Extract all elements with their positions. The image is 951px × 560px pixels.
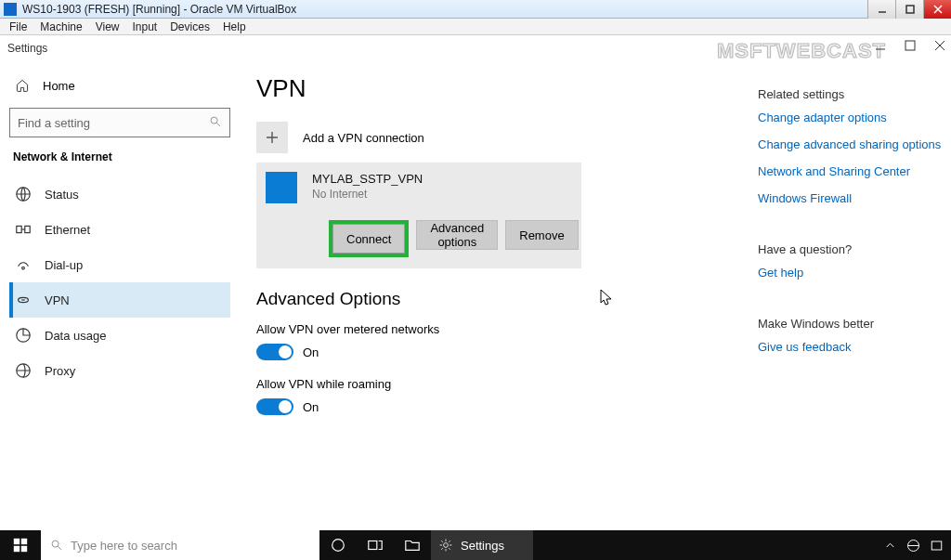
- link-change-adapter[interactable]: Change adapter options: [758, 111, 942, 124]
- svg-point-14: [332, 540, 345, 552]
- start-button[interactable]: [0, 530, 41, 560]
- system-tray[interactable]: [883, 539, 951, 553]
- vpn-icon: [15, 292, 32, 308]
- settings-close-button[interactable]: [932, 38, 947, 53]
- page-title: VPN: [256, 74, 741, 103]
- proxy-icon: [15, 362, 32, 379]
- data-usage-icon: [15, 327, 32, 344]
- menu-view[interactable]: View: [90, 20, 125, 33]
- link-network-sharing-center[interactable]: Network and Sharing Center: [758, 164, 942, 178]
- svg-rect-0: [906, 6, 914, 13]
- sidebar-item-dialup[interactable]: Dial-up: [9, 247, 230, 282]
- menu-machine[interactable]: Machine: [34, 20, 87, 33]
- roaming-state: On: [303, 400, 319, 414]
- remove-button[interactable]: Remove: [505, 220, 578, 250]
- related-settings-heading: Related settings: [758, 87, 942, 101]
- sidebar-item-proxy[interactable]: Proxy: [9, 353, 230, 388]
- home-label: Home: [43, 79, 75, 93]
- vpn-status: No Internet: [312, 188, 423, 201]
- virtualbox-titlebar: WS10-1903 (FRESH) [Running] - Oracle VM …: [0, 0, 951, 19]
- globe-icon: [15, 186, 32, 202]
- minimize-button[interactable]: [867, 0, 895, 19]
- sidebar-item-label: Ethernet: [45, 223, 90, 237]
- link-windows-firewall[interactable]: Windows Firewall: [758, 191, 942, 205]
- link-feedback[interactable]: Give us feedback: [758, 340, 942, 354]
- virtualbox-icon: [4, 3, 17, 16]
- svg-point-16: [444, 543, 449, 548]
- sidebar-item-label: Data usage: [45, 329, 107, 343]
- network-icon: [906, 539, 920, 553]
- metered-network-label: Allow VPN over metered networks: [256, 322, 741, 336]
- watermark-text: MSFTWEBCAST: [717, 39, 886, 63]
- sidebar-section-label: Network & Internet: [13, 150, 230, 163]
- chevron-up-icon: [883, 539, 897, 553]
- svg-rect-5: [25, 226, 30, 232]
- better-heading: Make Windows better: [758, 317, 942, 331]
- question-heading: Have a question?: [758, 242, 942, 256]
- settings-main: VPN Add a VPN connection MYLAB_SSTP_VPN …: [240, 61, 758, 530]
- notifications-icon: [930, 539, 944, 553]
- taskbar-settings-app[interactable]: Settings: [431, 530, 533, 560]
- search-placeholder: Find a setting: [18, 116, 90, 130]
- taskview-icon[interactable]: [357, 530, 394, 560]
- svg-rect-11: [14, 546, 20, 552]
- plus-icon: [256, 122, 288, 153]
- taskbar-search[interactable]: Type here to search: [41, 530, 319, 560]
- virtualbox-title: WS10-1903 (FRESH) [Running] - Oracle VM …: [22, 3, 296, 16]
- file-explorer-icon[interactable]: [394, 530, 431, 560]
- svg-point-13: [52, 540, 59, 547]
- svg-point-2: [211, 117, 217, 124]
- settings-maximize-button[interactable]: [903, 38, 918, 53]
- metered-network-toggle[interactable]: [256, 344, 293, 360]
- search-icon: [50, 539, 63, 552]
- link-get-help[interactable]: Get help: [758, 266, 942, 280]
- vpn-name: MYLAB_SSTP_VPN: [312, 172, 423, 186]
- cortana-icon[interactable]: [319, 530, 357, 560]
- svg-rect-1: [905, 41, 915, 50]
- sidebar-item-label: Status: [45, 188, 79, 202]
- menu-input[interactable]: Input: [127, 20, 163, 33]
- taskbar-search-placeholder: Type here to search: [71, 539, 177, 553]
- sidebar-item-ethernet[interactable]: Ethernet: [9, 212, 230, 247]
- vpn-connection-card[interactable]: MYLAB_SSTP_VPN No Internet Connect Advan…: [256, 163, 581, 268]
- search-icon: [209, 115, 222, 131]
- roaming-toggle[interactable]: [256, 398, 293, 415]
- search-input[interactable]: Find a setting: [9, 108, 230, 137]
- home-icon: [15, 78, 30, 93]
- taskbar: Type here to search Settings: [0, 530, 951, 560]
- menu-devices[interactable]: Devices: [164, 20, 215, 33]
- maximize-button[interactable]: [895, 0, 923, 19]
- svg-rect-9: [14, 539, 20, 544]
- svg-rect-4: [17, 226, 21, 232]
- svg-rect-12: [21, 546, 27, 552]
- connect-button[interactable]: Connect: [332, 224, 405, 254]
- link-advanced-sharing[interactable]: Change advanced sharing options: [758, 137, 942, 151]
- highlight-box: Connect: [329, 220, 409, 257]
- advanced-options-button[interactable]: Advanced options: [416, 220, 498, 250]
- sidebar-item-datausage[interactable]: Data usage: [9, 318, 230, 353]
- add-vpn-row[interactable]: Add a VPN connection: [256, 122, 581, 153]
- dialup-icon: [15, 256, 32, 273]
- settings-minimize-button[interactable]: [873, 38, 888, 53]
- home-button[interactable]: Home: [9, 69, 230, 102]
- sidebar-item-label: Proxy: [45, 364, 75, 378]
- sidebar-item-vpn[interactable]: VPN: [9, 282, 230, 318]
- ethernet-icon: [15, 221, 32, 238]
- svg-rect-18: [931, 541, 942, 550]
- related-panel: Related settings Change adapter options …: [758, 61, 951, 530]
- virtualbox-menubar: File Machine View Input Devices Help: [0, 19, 951, 35]
- menu-help[interactable]: Help: [217, 20, 252, 33]
- close-button[interactable]: [923, 0, 951, 19]
- roaming-label: Allow VPN while roaming: [256, 377, 741, 391]
- sidebar-item-status[interactable]: Status: [9, 176, 230, 212]
- vpn-connection-icon: [266, 172, 297, 203]
- advanced-options-heading: Advanced Options: [256, 289, 741, 309]
- gear-icon: [438, 538, 453, 553]
- menu-file[interactable]: File: [4, 20, 33, 33]
- metered-network-state: On: [303, 345, 319, 359]
- settings-titlebar: Settings MSFTWEBCAST: [0, 35, 951, 61]
- sidebar-item-label: Dial-up: [45, 258, 83, 272]
- sidebar-item-label: VPN: [45, 293, 70, 307]
- add-vpn-label: Add a VPN connection: [303, 131, 424, 145]
- svg-point-6: [22, 267, 25, 269]
